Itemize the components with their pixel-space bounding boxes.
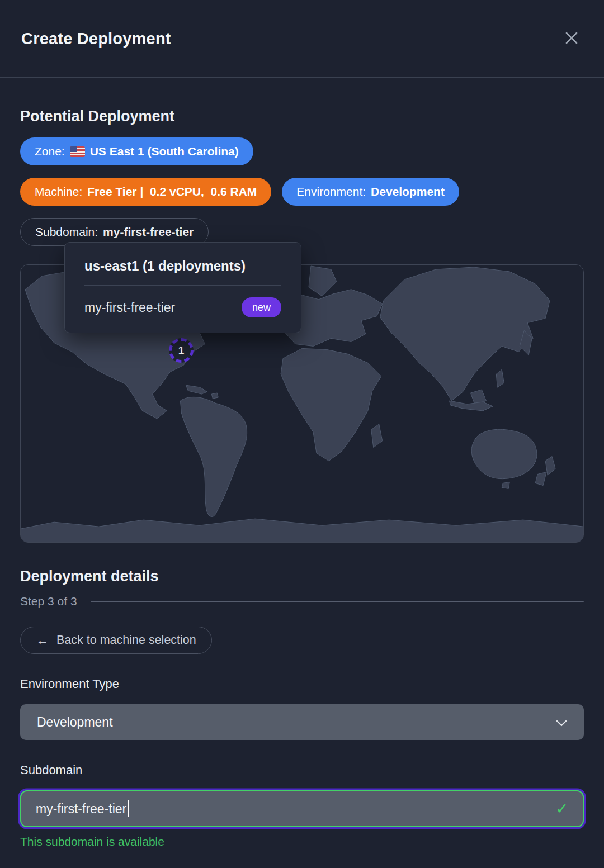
- zone-value: US East 1 (South Carolina): [90, 145, 239, 158]
- step-label: Step 3 of 3: [20, 595, 77, 608]
- subdomain-label: Subdomain: [20, 763, 584, 777]
- machine-label: Machine:: [35, 185, 82, 198]
- modal-content: Potential Deployment Zone: US East 1 (So…: [0, 108, 604, 848]
- tooltip-deployment-name: my-first-free-tier: [84, 300, 175, 315]
- close-icon: [564, 31, 579, 47]
- subdomain-input[interactable]: my-first-free-tier ✓: [20, 790, 584, 827]
- chevron-down-icon: [556, 715, 567, 730]
- arrow-left-icon: ←: [36, 634, 49, 647]
- environment-type-selected-value: Development: [37, 715, 113, 730]
- zone-marker-count: 1: [178, 344, 185, 357]
- subdomain-availability-message: This subdomain is available: [20, 835, 584, 848]
- machine-pill: Machine: Free Tier | 0.2 vCPU, 0.6 RAM: [20, 178, 271, 206]
- zone-label: Zone:: [35, 145, 65, 158]
- us-flag-icon: [70, 146, 85, 157]
- deployment-details-heading: Deployment details: [20, 568, 584, 585]
- check-icon: ✓: [555, 801, 568, 817]
- back-to-machine-selection-button[interactable]: ← Back to machine selection: [20, 627, 212, 654]
- back-button-label: Back to machine selection: [56, 633, 196, 647]
- create-deployment-modal: Create Deployment Potential Deployment Z…: [0, 0, 604, 868]
- step-indicator: Step 3 of 3: [20, 595, 584, 608]
- environment-type-select[interactable]: Development: [20, 704, 584, 740]
- modal-title: Create Deployment: [21, 30, 171, 48]
- zone-tooltip: us-east1 (1 deployments) my-first-free-t…: [64, 242, 301, 333]
- environment-value: Development: [371, 185, 445, 198]
- new-badge: new: [242, 297, 281, 317]
- zone-pill: Zone: US East 1 (South Carolina): [20, 137, 253, 165]
- environment-label: Environment:: [296, 185, 366, 198]
- close-button[interactable]: [560, 27, 583, 50]
- environment-type-label: Environment Type: [20, 677, 584, 691]
- subdomain-pill-value: my-first-free-tier: [103, 225, 194, 239]
- tooltip-divider: [84, 285, 281, 286]
- pill-row-machine-env: Machine: Free Tier | 0.2 vCPU, 0.6 RAM E…: [20, 178, 584, 206]
- potential-deployment-heading: Potential Deployment: [20, 108, 584, 125]
- step-divider-line: [91, 601, 584, 602]
- subdomain-pill-label: Subdomain:: [35, 225, 98, 239]
- modal-header: Create Deployment: [0, 0, 604, 78]
- zone-marker[interactable]: 1: [169, 338, 194, 363]
- subdomain-input-value: my-first-free-tier: [36, 801, 126, 817]
- machine-value: Free Tier | 0.2 vCPU, 0.6 RAM: [87, 185, 257, 198]
- environment-pill: Environment: Development: [282, 178, 459, 206]
- zone-tooltip-title: us-east1 (1 deployments): [84, 258, 281, 274]
- text-caret: [128, 800, 129, 817]
- pill-row-zone: Zone: US East 1 (South Carolina): [20, 137, 584, 165]
- tooltip-deployment-row[interactable]: my-first-free-tier new: [84, 297, 281, 317]
